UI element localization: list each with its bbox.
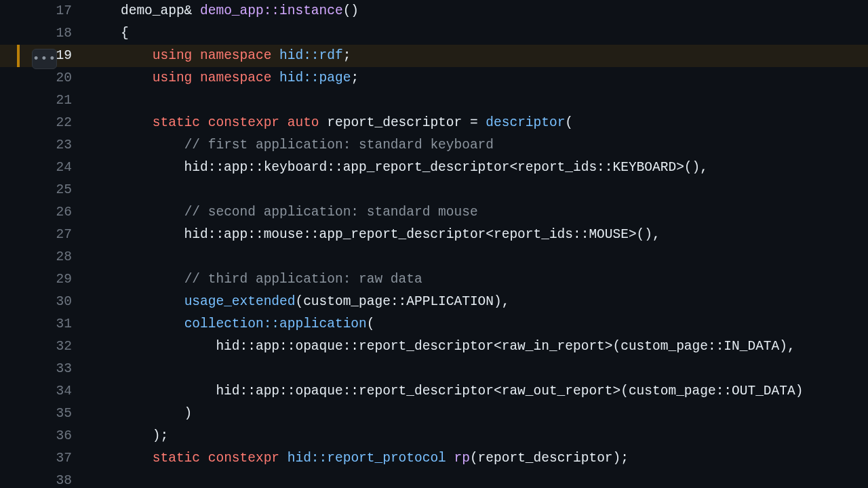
code-token: hid::page	[279, 70, 351, 85]
line-number[interactable]: 25	[0, 179, 88, 201]
code-content[interactable]: hid::app::keyboard::app_report_descripto…	[88, 157, 868, 179]
code-content[interactable]: collection::application(	[88, 313, 868, 336]
code-content[interactable]: usage_extended(custom_page::APPLICATION)…	[88, 291, 868, 313]
line-number[interactable]: 32	[0, 336, 88, 358]
code-token	[121, 317, 184, 331]
code-content[interactable]: hid::app::opaque::report_descriptor<raw_…	[88, 380, 868, 403]
code-token: constexpr	[208, 115, 279, 130]
code-line[interactable]: 33	[0, 358, 868, 380]
code-token: ;	[343, 48, 351, 63]
code-line[interactable]: 25	[0, 179, 868, 201]
code-content[interactable]: );	[88, 425, 868, 447]
code-line[interactable]: 20 using namespace hid::page;	[0, 67, 868, 89]
code-line[interactable]: 27 hid::app::mouse::app_report_descripto…	[0, 224, 868, 246]
code-content[interactable]: using namespace hid::rdf;	[88, 45, 868, 67]
line-number[interactable]: 20	[0, 67, 88, 89]
code-line[interactable]: 35 )	[0, 403, 868, 425]
line-number[interactable]: 36	[0, 425, 88, 447]
code-line[interactable]: 26 // second application: standard mouse	[0, 201, 868, 224]
code-token	[121, 272, 184, 287]
code-token	[121, 451, 153, 466]
code-line[interactable]: 18{	[0, 22, 868, 45]
code-token: report_descriptor =	[319, 115, 486, 130]
code-line[interactable]: 17demo_app& demo_app::instance()	[0, 0, 868, 22]
code-content[interactable]: static constexpr auto report_descriptor …	[88, 112, 868, 134]
code-content[interactable]: static constexpr hid::report_protocol rp…	[88, 447, 868, 470]
code-content[interactable]: using namespace hid::page;	[88, 67, 868, 89]
code-content[interactable]: // first application: standard keyboard	[88, 134, 868, 157]
code-token: constexpr	[208, 451, 279, 466]
code-token: auto	[288, 115, 319, 130]
code-token: // first application: standard keyboard	[184, 138, 494, 152]
line-number[interactable]: 30	[0, 291, 88, 313]
code-token	[121, 115, 153, 130]
code-line[interactable]: 36 );	[0, 425, 868, 447]
code-line[interactable]: 24 hid::app::keyboard::app_report_descri…	[0, 157, 868, 179]
code-token: ;	[351, 70, 359, 85]
code-token: usage_extended	[184, 294, 296, 309]
code-line[interactable]: 28	[0, 246, 868, 268]
code-token: rp	[454, 451, 470, 466]
code-token: (report_descriptor);	[470, 451, 629, 466]
code-line[interactable]: 22 static constexpr auto report_descript…	[0, 112, 868, 134]
line-number[interactable]: 24	[0, 157, 88, 179]
code-token	[279, 115, 288, 130]
ellipsis-icon: •••	[33, 53, 56, 65]
code-content[interactable]: demo_app& demo_app::instance()	[88, 0, 868, 22]
code-line[interactable]: 30 usage_extended(custom_page::APPLICATI…	[0, 291, 868, 313]
line-number[interactable]: 31	[0, 313, 88, 336]
code-line[interactable]: 32 hid::app::opaque::report_descriptor<r…	[0, 336, 868, 358]
code-token	[121, 70, 153, 85]
line-number[interactable]: 26	[0, 201, 88, 224]
code-token: hid::app::mouse::app_report_descriptor<r…	[121, 227, 660, 242]
code-token: hid::app::keyboard::app_report_descripto…	[121, 160, 708, 175]
line-number[interactable]: 34	[0, 380, 88, 403]
line-number[interactable]: 17	[0, 0, 88, 22]
line-number[interactable]: 22	[0, 112, 88, 134]
code-line[interactable]: 38	[0, 470, 868, 488]
code-editor[interactable]: 17demo_app& demo_app::instance()18{19 us…	[0, 0, 868, 488]
code-line[interactable]: 37 static constexpr hid::report_protocol…	[0, 447, 868, 470]
code-token: {	[121, 26, 129, 41]
code-content[interactable]: {	[88, 22, 868, 45]
line-number[interactable]: 37	[0, 447, 88, 470]
code-line[interactable]: 31 collection::application(	[0, 313, 868, 336]
code-token: (	[367, 317, 375, 331]
line-number[interactable]: 33	[0, 358, 88, 380]
more-actions-button[interactable]: •••	[32, 49, 57, 69]
code-token	[192, 48, 200, 63]
code-content[interactable]: hid::app::mouse::app_report_descriptor<r…	[88, 224, 868, 246]
line-number[interactable]: 21	[0, 89, 88, 112]
code-line[interactable]: 19 using namespace hid::rdf;	[0, 45, 868, 67]
code-content[interactable]: // third application: raw data	[88, 268, 868, 291]
code-line[interactable]: 21	[0, 89, 868, 112]
code-line[interactable]: 29 // third application: raw data	[0, 268, 868, 291]
line-number[interactable]: 28	[0, 246, 88, 268]
line-number[interactable]: 38	[0, 470, 88, 488]
code-content[interactable]: )	[88, 403, 868, 425]
code-token	[121, 138, 184, 152]
code-token: collection::application	[184, 317, 367, 331]
code-token: ()	[343, 3, 359, 18]
code-token	[200, 115, 208, 130]
line-number[interactable]: 27	[0, 224, 88, 246]
code-token	[200, 451, 208, 466]
code-token: namespace	[200, 70, 271, 85]
code-token: namespace	[200, 48, 271, 63]
line-number[interactable]: 29	[0, 268, 88, 291]
line-number[interactable]: 23	[0, 134, 88, 157]
code-token	[279, 451, 288, 466]
code-token: demo_app&	[121, 3, 200, 18]
code-content[interactable]: // second application: standard mouse	[88, 201, 868, 224]
code-token: // third application: raw data	[184, 272, 422, 287]
code-line[interactable]: 34 hid::app::opaque::report_descriptor<r…	[0, 380, 868, 403]
code-content[interactable]: hid::app::opaque::report_descriptor<raw_…	[88, 336, 868, 358]
code-line[interactable]: 23 // first application: standard keyboa…	[0, 134, 868, 157]
code-token	[271, 70, 279, 85]
code-token: )	[121, 406, 192, 421]
code-token: hid::rdf	[279, 48, 343, 63]
code-token	[121, 48, 153, 63]
line-number[interactable]: 35	[0, 403, 88, 425]
code-token: hid::report_protocol	[288, 451, 446, 466]
line-number[interactable]: 18	[0, 22, 88, 45]
